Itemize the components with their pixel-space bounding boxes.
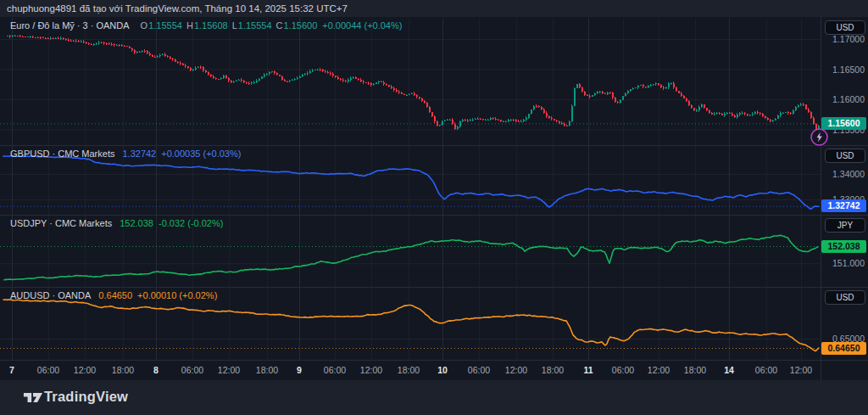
- time-axis-time-label: 12:00: [218, 365, 240, 375]
- price-axis-label: 1.16500: [832, 64, 865, 75]
- eurusd-legend: Euro / Đô la Mỹ · 3 · OANDAO1.15554H1.15…: [10, 20, 402, 31]
- ohlc-high-value: 1.15608: [194, 20, 228, 31]
- time-axis-time-label: 06:00: [181, 365, 203, 375]
- gbpusd-symbol-title[interactable]: GBPUSD · CMC Markets: [10, 149, 114, 159]
- pane-separator[interactable]: [0, 145, 868, 146]
- time-axis-time-label: 06:00: [37, 365, 59, 375]
- time-axis-time-label: 12:00: [360, 365, 382, 375]
- lightning-marker-icon[interactable]: [810, 127, 829, 150]
- pane-usdjpy[interactable]: USDJPY · CMC Markets152.038-0.032 (-0.02…: [0, 216, 821, 287]
- footer-bar: TradingView: [0, 380, 868, 415]
- price-scale[interactable]: USD USD JPY USD 1.170001.165001.160001.1…: [821, 17, 868, 380]
- time-axis-time-label: 18:00: [112, 365, 134, 375]
- time-axis-time-label: 12:00: [74, 365, 96, 375]
- pane-separator: [0, 360, 868, 361]
- tradingview-snapshot: chuphuong4891 đã tạo với TradingView.com…: [0, 0, 868, 415]
- price-axis-label: 1.17000: [832, 34, 865, 44]
- usdjpy-price: 152.038: [120, 218, 153, 228]
- attribution-bar: chuphuong4891 đã tạo với TradingView.com…: [0, 0, 868, 17]
- currency-button-usd-eurusd[interactable]: USD: [825, 20, 865, 35]
- ohlc-close-value: 1.15600: [283, 20, 317, 31]
- price-axis-label: 1.16000: [832, 94, 865, 104]
- currency-button-usd-audusd[interactable]: USD: [825, 290, 865, 305]
- time-axis-time-label: 06:00: [612, 365, 634, 375]
- ohlc-open-value: 1.15554: [148, 20, 182, 31]
- price-line-series: [3, 156, 819, 210]
- audusd-change: +0.00010 (+0.02%): [137, 290, 217, 300]
- usdjpy-last-price-badge: 152.038: [821, 240, 866, 253]
- time-axis-time-label: 18:00: [542, 365, 564, 375]
- ohlc-low-label: L: [232, 20, 237, 31]
- gbpusd-last-price-badge: 1.32742: [821, 199, 866, 212]
- tradingview-logo-icon[interactable]: [23, 390, 43, 406]
- usdjpy-legend: USDJPY · CMC Markets152.038-0.032 (-0.02…: [10, 218, 223, 228]
- time-axis-time-label: 06:00: [468, 365, 490, 375]
- ohlc-high-label: H: [186, 20, 193, 31]
- pane-gbpusd[interactable]: GBPUSD · CMC Markets1.32742+0.00035 (+0.…: [0, 146, 821, 215]
- price-axis-label: 1.34000: [832, 169, 865, 179]
- pane-eurusd[interactable]: Euro / Đô la Mỹ · 3 · OANDAO1.15554H1.15…: [0, 18, 821, 145]
- time-axis-day-label: 7: [9, 365, 14, 375]
- time-axis-day-label: 9: [297, 365, 302, 375]
- audusd-price: 0.64650: [98, 290, 132, 300]
- time-axis-time-label: 12:00: [648, 365, 670, 375]
- time-axis[interactable]: 706:0012:0018:00806:0012:0018:00906:0012…: [0, 361, 821, 380]
- pane-separator[interactable]: [0, 215, 868, 216]
- audusd-symbol-title[interactable]: AUDUSD · OANDA: [10, 290, 91, 300]
- ohlc-close-label: C: [276, 20, 283, 31]
- currency-button-usd-gbpusd[interactable]: USD: [825, 149, 865, 163]
- time-axis-time-label: 18:00: [256, 365, 278, 375]
- usdjpy-symbol-title[interactable]: USDJPY · CMC Markets: [10, 218, 112, 228]
- time-axis-day-label: 14: [724, 365, 734, 375]
- time-axis-time-label: 06:00: [755, 365, 777, 375]
- gbpusd-legend: GBPUSD · CMC Markets1.32742+0.00035 (+0.…: [10, 149, 241, 159]
- tradingview-wordmark[interactable]: TradingView: [44, 389, 128, 405]
- audusd-last-price-badge: 0.64650: [821, 342, 866, 355]
- price-line-series: [3, 300, 819, 351]
- candlestick-series: [7, 35, 820, 131]
- price-axis-label: 151.000: [832, 258, 865, 268]
- eurusd-chart-svg: [0, 18, 821, 145]
- attribution-text: chuphuong4891 đã tạo với TradingView.com…: [7, 3, 348, 14]
- time-axis-time-label: 18:00: [398, 365, 420, 375]
- gbpusd-change: +0.00035 (+0.03%): [161, 149, 241, 159]
- ohlc-low-value: 1.15554: [238, 20, 272, 31]
- time-axis-day-label: 8: [153, 365, 159, 375]
- eurusd-symbol-title[interactable]: Euro / Đô la Mỹ · 3 · OANDA: [10, 20, 130, 31]
- pane-audusd[interactable]: AUDUSD · OANDA0.64650+0.00010 (+0.02%): [0, 288, 821, 360]
- time-axis-time-label: 12:00: [790, 365, 812, 375]
- time-axis-time-label: 06:00: [324, 365, 346, 375]
- ohlc-open-label: O: [141, 20, 148, 31]
- eurusd-change: +0.00044 (+0.04%): [322, 20, 402, 31]
- time-axis-day-label: 10: [437, 365, 448, 375]
- time-axis-time-label: 18:00: [684, 365, 706, 375]
- usdjpy-change: -0.032 (-0.02%): [159, 218, 223, 228]
- pane-separator[interactable]: [0, 287, 868, 288]
- price-scale-border: [821, 17, 821, 380]
- time-axis-day-label: 11: [583, 365, 593, 375]
- time-axis-time-label: 12:00: [505, 365, 527, 375]
- audusd-legend: AUDUSD · OANDA0.64650+0.00010 (+0.02%): [10, 290, 217, 300]
- currency-button-jpy-usdjpy[interactable]: JPY: [825, 218, 865, 233]
- gbpusd-price: 1.32742: [122, 149, 156, 159]
